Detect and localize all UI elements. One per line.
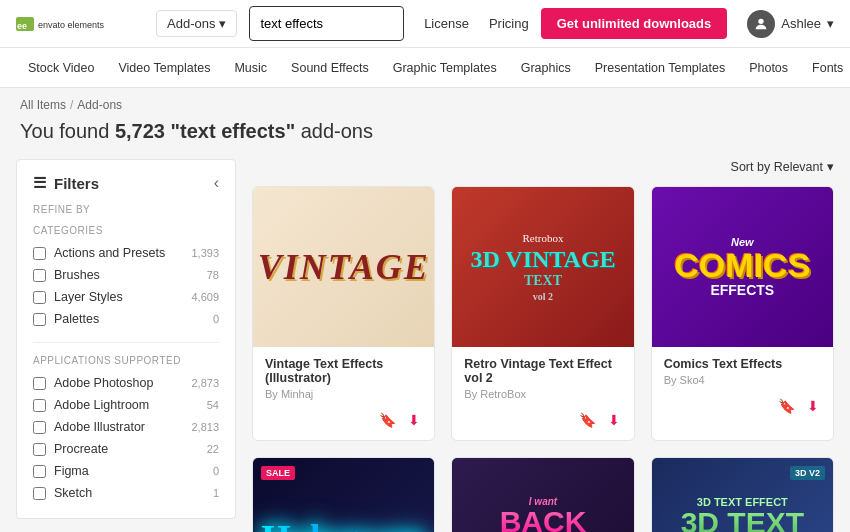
filter-figma-label[interactable]: Figma [54, 464, 205, 478]
filter-lightroom: Adobe Lightroom 54 [33, 394, 219, 416]
nav-links: License Pricing [424, 16, 529, 31]
sort-bar: Sort by Relevant ▾ [252, 159, 834, 174]
filter-photoshop-checkbox[interactable] [33, 377, 46, 390]
catnav-stock-video[interactable]: Stock Video [16, 48, 106, 88]
card-80s[interactable]: I want BACKTO THE 80S IN PSD New 80s Tex… [451, 457, 634, 532]
filter-actions-presets-count: 1,393 [191, 247, 219, 259]
catnav-music[interactable]: Music [222, 48, 279, 88]
products-grid: VINTAGE Vintage Text Effects (Illustrato… [252, 186, 834, 532]
filter-sketch-label[interactable]: Sketch [54, 486, 205, 500]
card-retro-bookmark[interactable]: 🔖 [577, 410, 598, 430]
filter-layer-styles-label[interactable]: Layer Styles [54, 290, 183, 304]
sort-label: Sort by Relevant [731, 160, 823, 174]
filter-photoshop-label[interactable]: Adobe Photoshop [54, 376, 183, 390]
card-3d-thumb: 3D V2 3D TEXT EFFECT 3D TEXTEFFECT V2 [652, 458, 833, 532]
filter-illustrator-checkbox[interactable] [33, 421, 46, 434]
filter-palettes-count: 0 [213, 313, 219, 325]
filter-procreate-checkbox[interactable] [33, 443, 46, 456]
card-retro-title: Retro Vintage Text Effect vol 2 [464, 357, 621, 385]
sidebar-title: ☰ Filters [33, 174, 99, 192]
sale-badge: SALE [261, 466, 295, 480]
filter-actions-presets-label[interactable]: Actions and Presets [54, 246, 183, 260]
filter-brushes-checkbox[interactable] [33, 269, 46, 282]
card-retro-download[interactable]: ⬇ [606, 410, 622, 430]
filter-illustrator-label[interactable]: Adobe Illustrator [54, 420, 183, 434]
card-retro-thumb: Retrobox 3D VINTAGE TEXT vol 2 [452, 187, 633, 347]
card-vintage[interactable]: VINTAGE Vintage Text Effects (Illustrato… [252, 186, 435, 441]
card-hologram[interactable]: SALE Hologram Hologram Text Effects By S… [252, 457, 435, 532]
sidebar-header: ☰ Filters ‹ [33, 174, 219, 192]
addons-chevron: ▾ [219, 16, 226, 31]
search-input[interactable]: text effects [250, 9, 404, 38]
filter-palettes-label[interactable]: Palettes [54, 312, 205, 326]
catnav-photos[interactable]: Photos [737, 48, 800, 88]
collapse-sidebar-button[interactable]: ‹ [214, 174, 219, 192]
filter-sketch: Sketch 1 [33, 482, 219, 504]
card-comics-info: Comics Text Effects By Sko4 [652, 347, 833, 396]
catnav-graphic-templates[interactable]: Graphic Templates [381, 48, 509, 88]
svg-point-5 [759, 18, 764, 23]
filter-lightroom-count: 54 [207, 399, 219, 411]
card-vintage-thumb: VINTAGE [253, 187, 434, 347]
license-link[interactable]: License [424, 16, 469, 31]
catnav-fonts[interactable]: Fonts [800, 48, 850, 88]
card-vintage-info: Vintage Text Effects (Illustrator) By Mi… [253, 347, 434, 410]
card-vintage-download[interactable]: ⬇ [406, 410, 422, 430]
refine-by-label: Refine by [33, 204, 219, 215]
logo[interactable]: ee envato elements [16, 13, 136, 35]
card-3d[interactable]: 3D V2 3D TEXT EFFECT 3D TEXTEFFECT V2 3D… [651, 457, 834, 532]
card-comics-thumb: New COMICS EFFECTS [652, 187, 833, 347]
sort-button[interactable]: Sort by Relevant ▾ [731, 159, 834, 174]
avatar [747, 10, 775, 38]
card-vintage-actions: 🔖 ⬇ [253, 410, 434, 440]
card-retro[interactable]: Retrobox 3D VINTAGE TEXT vol 2 Retro Vin… [451, 186, 634, 441]
user-chevron: ▾ [827, 16, 834, 31]
filter-layer-styles: Layer Styles 4,609 [33, 286, 219, 308]
card-comics-author: By Sko4 [664, 374, 821, 386]
filter-figma-count: 0 [213, 465, 219, 477]
filter-brushes-label[interactable]: Brushes [54, 268, 199, 282]
card-comics[interactable]: New COMICS EFFECTS Comics Text Effects B… [651, 186, 834, 441]
results-suffix: add-ons [301, 120, 373, 142]
catnav-sound-effects[interactable]: Sound Effects [279, 48, 381, 88]
filter-procreate-label[interactable]: Procreate [54, 442, 199, 456]
user-icon [753, 16, 769, 32]
catnav-presentation-templates[interactable]: Presentation Templates [583, 48, 737, 88]
catnav-video-templates[interactable]: Video Templates [106, 48, 222, 88]
card-retro-info: Retro Vintage Text Effect vol 2 By Retro… [452, 347, 633, 410]
apps-label: Applications Supported [33, 355, 219, 366]
filter-photoshop: Adobe Photoshop 2,873 [33, 372, 219, 394]
addons-label: Add-ons [167, 16, 215, 31]
filter-lightroom-label[interactable]: Adobe Lightroom [54, 398, 199, 412]
filter-lightroom-checkbox[interactable] [33, 399, 46, 412]
addons-dropdown[interactable]: Add-ons ▾ [156, 10, 237, 37]
categories-label: Categories [33, 225, 219, 236]
cta-button[interactable]: Get unlimited downloads [541, 8, 728, 39]
filter-procreate-count: 22 [207, 443, 219, 455]
card-comics-download[interactable]: ⬇ [805, 396, 821, 416]
card-comics-bookmark[interactable]: 🔖 [776, 396, 797, 416]
3d-badge: 3D V2 [790, 466, 825, 480]
results-count: 5,723 [115, 120, 165, 142]
filter-brushes-count: 78 [207, 269, 219, 281]
card-vintage-bookmark[interactable]: 🔖 [377, 410, 398, 430]
filter-sketch-checkbox[interactable] [33, 487, 46, 500]
results-heading: You found 5,723 "text effects" add-ons [0, 116, 850, 159]
user-menu[interactable]: Ashlee ▾ [747, 10, 834, 38]
card-retro-actions: 🔖 ⬇ [452, 410, 633, 440]
filter-photoshop-count: 2,873 [191, 377, 219, 389]
svg-text:envato elements: envato elements [38, 20, 105, 30]
filter-actions-presets-checkbox[interactable] [33, 247, 46, 260]
breadcrumb-all-items[interactable]: All Items [20, 98, 66, 112]
filter-layer-styles-checkbox[interactable] [33, 291, 46, 304]
pricing-link[interactable]: Pricing [489, 16, 529, 31]
svg-text:ee: ee [17, 21, 27, 31]
filter-figma-checkbox[interactable] [33, 465, 46, 478]
breadcrumb-addons[interactable]: Add-ons [77, 98, 122, 112]
user-name: Ashlee [781, 16, 821, 31]
filter-palettes: Palettes 0 [33, 308, 219, 330]
content-area: Sort by Relevant ▾ VINTAGE Vintage Text … [252, 159, 834, 532]
breadcrumb: All Items / Add-ons [0, 88, 850, 116]
catnav-graphics[interactable]: Graphics [509, 48, 583, 88]
filter-palettes-checkbox[interactable] [33, 313, 46, 326]
